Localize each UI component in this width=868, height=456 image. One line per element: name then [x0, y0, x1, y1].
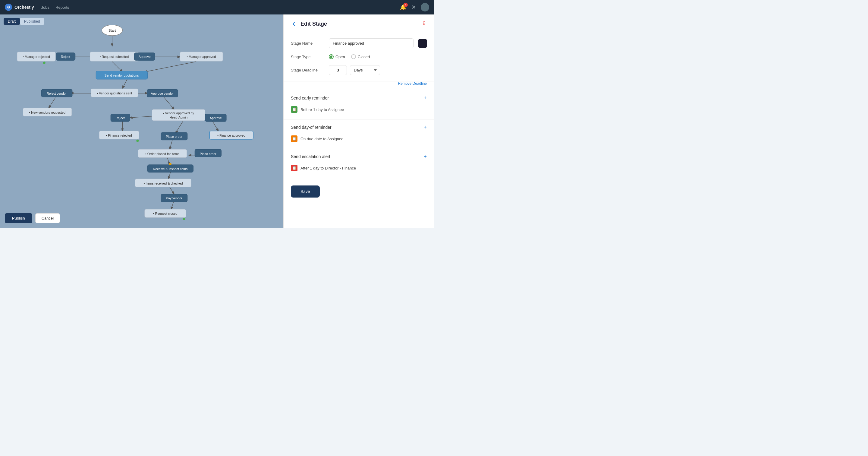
- back-button[interactable]: [291, 21, 297, 27]
- svg-text:• Manager approved: • Manager approved: [187, 55, 216, 58]
- svg-point-66: [169, 163, 172, 165]
- color-swatch[interactable]: [418, 39, 427, 48]
- svg-point-73: [183, 218, 185, 220]
- radio-closed-circle: [351, 54, 356, 59]
- topnav-actions: 🔔 4 ✕: [400, 3, 429, 11]
- svg-text:Send vendor quotations: Send vendor quotations: [104, 74, 139, 77]
- stage-name-input[interactable]: [329, 38, 413, 48]
- svg-text:Approve vendor: Approve vendor: [151, 92, 174, 95]
- svg-text:Approve: Approve: [210, 116, 222, 120]
- brand-icon: ⚙: [5, 4, 12, 11]
- topnav-links: Jobs Reports: [41, 4, 393, 11]
- notification-button[interactable]: 🔔 4: [400, 4, 407, 10]
- svg-line-11: [164, 97, 174, 110]
- svg-text:Place order: Place order: [166, 135, 182, 138]
- svg-text:• Request submitted: • Request submitted: [100, 55, 129, 58]
- radio-open-label: Open: [336, 55, 345, 59]
- delete-button[interactable]: [421, 21, 427, 27]
- deadline-row: Days Hours Weeks: [329, 65, 380, 75]
- nav-jobs[interactable]: Jobs: [41, 4, 50, 11]
- dayof-reminder-add-button[interactable]: +: [424, 124, 427, 130]
- early-reminder-icon: 📋: [291, 106, 298, 113]
- stage-type-label: Stage Type: [291, 55, 324, 59]
- early-reminder-item: 📋 Before 1 day to Assignee: [291, 104, 427, 115]
- close-icon[interactable]: ✕: [411, 4, 416, 10]
- save-button[interactable]: Save: [291, 186, 320, 198]
- escalation-text: After 1 day to Director - Finance: [301, 166, 356, 170]
- publish-button[interactable]: Publish: [5, 213, 32, 223]
- stage-deadline-label: Stage Deadline: [291, 68, 324, 73]
- dayof-reminder-item: 📋 On due date to Assignee: [291, 134, 427, 144]
- svg-point-33: [43, 61, 45, 64]
- stage-name-label: Stage Name: [291, 41, 324, 46]
- early-reminder-add-button[interactable]: +: [424, 95, 427, 101]
- escalation-item: 📋 After 1 day to Director - Finance: [291, 163, 427, 173]
- bottom-buttons: Publish Cancel: [5, 213, 60, 223]
- svg-point-55: [136, 140, 138, 142]
- brand-name: Orchestly: [14, 5, 34, 10]
- cancel-button[interactable]: Cancel: [35, 213, 60, 223]
- dayof-reminder-text: On due date to Assignee: [301, 137, 343, 141]
- nav-reports[interactable]: Reports: [56, 4, 69, 11]
- svg-text:• Finance approved: • Finance approved: [217, 134, 245, 137]
- svg-text:Reject: Reject: [61, 55, 70, 58]
- svg-text:Receive & inspect items: Receive & inspect items: [153, 167, 188, 171]
- svg-line-17: [170, 139, 173, 149]
- radio-closed-label: Closed: [358, 55, 370, 59]
- dayof-reminder-icon: 📋: [291, 135, 298, 142]
- deadline-number-input[interactable]: [329, 65, 347, 75]
- deadline-unit-select[interactable]: Days Hours Weeks: [350, 65, 380, 75]
- svg-text:Reject: Reject: [116, 116, 125, 120]
- escalation-add-button[interactable]: +: [424, 154, 427, 159]
- svg-text:• New vendors requested: • New vendors requested: [29, 111, 65, 114]
- tab-draft[interactable]: Draft: [4, 18, 20, 25]
- stage-deadline-row: Stage Deadline Days Hours Weeks: [291, 65, 427, 75]
- early-reminder-text: Before 1 day to Assignee: [301, 107, 344, 112]
- escalation-header: Send escalation alert +: [291, 154, 427, 159]
- svg-text:• Vendor quotations sent: • Vendor quotations sent: [97, 91, 132, 95]
- early-reminder-header: Send early reminder +: [291, 95, 427, 101]
- svg-text:• Manager rejected: • Manager rejected: [23, 55, 50, 58]
- notification-badge: 4: [404, 3, 408, 7]
- panel-header: Edit Stage: [284, 15, 434, 32]
- save-section: Save: [284, 178, 434, 205]
- svg-text:Reject vendor: Reject vendor: [47, 92, 67, 95]
- dayof-reminder-title: Send day-of reminder: [291, 125, 421, 130]
- radio-open[interactable]: Open: [329, 54, 345, 59]
- svg-line-15: [213, 121, 218, 131]
- svg-line-16: [176, 121, 183, 133]
- dayof-reminder-header: Send day-of reminder +: [291, 124, 427, 130]
- svg-line-9: [49, 98, 56, 108]
- stage-type-radio-group: Open Closed: [329, 54, 370, 59]
- brand: ⚙ Orchestly: [5, 4, 34, 11]
- svg-text:• Finance rejected: • Finance rejected: [106, 134, 132, 137]
- tab-bar: Draft Published: [4, 18, 44, 25]
- remove-deadline-link[interactable]: Remove Deadline: [284, 81, 434, 90]
- svg-text:Approve: Approve: [138, 55, 151, 58]
- svg-text:Head-Admin: Head-Admin: [169, 115, 187, 119]
- svg-text:Pay vendor: Pay vendor: [166, 196, 182, 200]
- svg-text:• Order placed for items: • Order placed for items: [145, 152, 179, 155]
- svg-text:• Items received & checked: • Items received & checked: [144, 181, 183, 185]
- topnav: ⚙ Orchestly Jobs Reports 🔔 4 ✕: [0, 0, 434, 15]
- svg-text:• Vendor approved by: • Vendor approved by: [163, 111, 194, 115]
- svg-line-5: [145, 61, 196, 72]
- svg-text:Start: Start: [108, 28, 116, 32]
- tab-published[interactable]: Published: [20, 18, 44, 25]
- dayof-reminder-section: Send day-of reminder + 📋 On due date to …: [284, 120, 434, 149]
- panel-title: Edit Stage: [301, 21, 418, 27]
- main-layout: Draft Published: [0, 15, 434, 228]
- svg-text:• Request closed: • Request closed: [153, 212, 178, 215]
- radio-closed[interactable]: Closed: [351, 54, 370, 59]
- form-section: Stage Name Stage Type Open Closed: [284, 32, 434, 81]
- svg-text:Place order: Place order: [200, 152, 216, 155]
- avatar[interactable]: [421, 3, 429, 11]
- svg-line-6: [112, 61, 122, 72]
- right-panel: Edit Stage Stage Name Stage Type: [283, 15, 434, 228]
- radio-open-circle: [329, 54, 334, 59]
- stage-type-row: Stage Type Open Closed: [291, 54, 427, 59]
- escalation-section: Send escalation alert + 📋 After 1 day to…: [284, 149, 434, 178]
- canvas-area: Draft Published: [0, 15, 283, 228]
- early-reminder-section: Send early reminder + 📋 Before 1 day to …: [284, 90, 434, 120]
- radio-open-dot: [330, 56, 333, 58]
